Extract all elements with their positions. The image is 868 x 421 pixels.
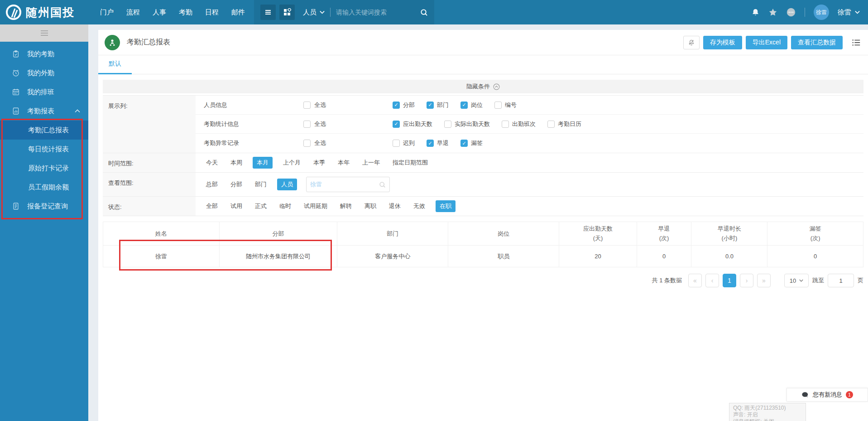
checkbox[interactable] xyxy=(303,102,311,109)
new-message-text: 您有新消息 xyxy=(813,391,842,399)
page-size-select[interactable]: 10 xyxy=(784,274,809,287)
nav-menu-item[interactable]: 流程 xyxy=(126,8,140,17)
status-option[interactable]: 试用 xyxy=(228,200,245,212)
next-page-button[interactable]: › xyxy=(740,274,753,287)
nav-menu-item[interactable]: 门户 xyxy=(100,8,114,17)
sidebar-item[interactable]: 原始打卡记录 xyxy=(0,159,88,178)
save-template-button[interactable]: 存为模板 xyxy=(703,36,742,49)
hamburger-menu-icon[interactable] xyxy=(260,5,276,20)
checkbox[interactable] xyxy=(393,140,400,147)
header-title: 岗位 xyxy=(448,230,559,238)
sidebar-collapse-button[interactable] xyxy=(0,24,88,42)
time-range-option[interactable]: 上个月 xyxy=(281,157,303,169)
search-icon[interactable] xyxy=(420,9,428,16)
nav-menu-item[interactable]: 邮件 xyxy=(231,8,245,17)
table-cell: 0.0 xyxy=(691,246,767,267)
sidebar-item[interactable]: 我的考勤 xyxy=(0,44,88,63)
header-title: 漏签 xyxy=(767,225,863,233)
main-area: 考勤汇总报表 存为模板导出Excel查看汇总数据 默认 隐藏条件 展 xyxy=(88,24,868,421)
option-label: 考勤日历 xyxy=(558,120,581,128)
chat-bubble-icon xyxy=(801,392,809,398)
page-number-button-active[interactable]: 1 xyxy=(723,274,736,287)
first-page-button[interactable]: « xyxy=(688,274,702,287)
view-range-option[interactable]: 部门 xyxy=(253,179,269,190)
filter-row-view-range: 查看范围: 总部分部部门人员 xyxy=(103,172,863,196)
jump-page-input[interactable] xyxy=(828,274,854,287)
new-message-bar[interactable]: 您有新消息 1 xyxy=(786,388,868,402)
sidebar-item-active[interactable]: 考勤汇总报表 xyxy=(0,121,88,140)
status-option[interactable]: 无效 xyxy=(411,200,427,212)
status-option[interactable]: 临时 xyxy=(277,200,293,212)
export-excel-button[interactable]: 导出Excel xyxy=(746,36,787,49)
pagination: 共 1 条数据 « ‹ 1 › » 10 跳至 页 xyxy=(98,274,863,287)
checkbox[interactable] xyxy=(547,121,555,128)
checkbox[interactable] xyxy=(494,102,502,109)
checkbox-checked[interactable]: ✓ xyxy=(460,140,468,147)
sidebar-item-label: 我的排班 xyxy=(27,88,54,97)
search-scope-dropdown[interactable]: 人员 xyxy=(303,8,325,17)
time-range-option[interactable]: 本年 xyxy=(336,157,352,169)
checkbox-checked[interactable]: ✓ xyxy=(427,102,434,109)
sidebar-item[interactable]: 考勤报表 xyxy=(0,102,88,121)
sidebar-item[interactable]: 员工假期余额 xyxy=(0,178,88,197)
qq-status-tooltip: QQ: 雨天(271123510)声音: 开启消息提醒框: 关闭 xyxy=(729,403,806,421)
status-option[interactable]: 退休 xyxy=(387,200,403,212)
attendance-report-icon xyxy=(105,35,120,50)
hide-conditions-toggle[interactable]: 隐藏条件 xyxy=(103,80,863,93)
global-search-input[interactable] xyxy=(336,9,420,16)
option-checkbox-wrap: ✓部门 xyxy=(427,101,449,109)
checkbox-checked[interactable]: ✓ xyxy=(393,121,400,128)
pagination-total: 共 1 条数据 xyxy=(652,276,682,285)
apps-grid-icon[interactable] xyxy=(279,5,295,20)
nav-menu-item[interactable]: 人事 xyxy=(153,8,166,17)
table-cell: 职员 xyxy=(448,246,559,267)
time-range-option[interactable]: 上一年 xyxy=(360,157,382,169)
mute-notification-button[interactable] xyxy=(683,36,700,49)
user-avatar[interactable]: 徐雷 xyxy=(814,5,829,20)
status-option[interactable]: 试用延期 xyxy=(302,200,330,212)
time-range-option[interactable]: 指定日期范围 xyxy=(390,157,430,169)
time-range-option[interactable]: 今天 xyxy=(204,157,220,169)
sidebar-item[interactable]: 报备登记查询 xyxy=(0,197,88,216)
time-range-option-selected[interactable]: 本月 xyxy=(253,157,273,169)
table-header-cell: 岗位 xyxy=(448,222,559,246)
prev-page-button[interactable]: ‹ xyxy=(705,274,719,287)
checkbox-checked[interactable]: ✓ xyxy=(393,102,400,109)
sidebar-item[interactable]: 我的外勤 xyxy=(0,63,88,82)
nav-menu-item[interactable]: 考勤 xyxy=(179,8,192,17)
view-summary-button[interactable]: 查看汇总数据 xyxy=(791,36,843,49)
checkbox-checked[interactable]: ✓ xyxy=(427,140,434,147)
status-option[interactable]: 全部 xyxy=(204,200,220,212)
select-all-label: 全选 xyxy=(314,139,326,147)
checkbox[interactable] xyxy=(303,140,311,147)
page-title: 考勤汇总报表 xyxy=(127,38,170,47)
time-range-option[interactable]: 本周 xyxy=(228,157,245,169)
time-range-option[interactable]: 本季 xyxy=(311,157,327,169)
tab-default[interactable]: 默认 xyxy=(98,60,132,74)
checkbox[interactable] xyxy=(444,121,451,128)
view-range-option[interactable]: 总部 xyxy=(204,179,220,190)
jump-label: 跳至 xyxy=(812,276,824,285)
nav-menu-item[interactable]: 日程 xyxy=(205,8,219,17)
status-option[interactable]: 正式 xyxy=(253,200,269,212)
user-menu[interactable]: 徐雷 xyxy=(838,8,860,17)
list-menu-icon[interactable] xyxy=(852,39,861,47)
sidebar-item[interactable]: 每日统计报表 xyxy=(0,140,88,159)
favorite-star-icon[interactable] xyxy=(768,8,777,17)
last-page-button[interactable]: » xyxy=(757,274,771,287)
sidebar-item[interactable]: 我的排班 xyxy=(0,82,88,102)
notification-bell-icon[interactable] xyxy=(751,8,760,17)
checkbox-checked[interactable]: ✓ xyxy=(460,102,468,109)
view-range-option[interactable]: 分部 xyxy=(228,179,245,190)
checkbox[interactable] xyxy=(303,121,311,128)
person-search-input[interactable] xyxy=(310,181,379,188)
display-group-name: 考勤统计信息 xyxy=(196,120,303,128)
status-option-selected[interactable]: 在职 xyxy=(436,200,456,212)
status-option[interactable]: 离职 xyxy=(362,200,379,212)
filter-row-status: 状态: 全部试用正式临时试用延期解聘离职退休无效在职 xyxy=(103,196,863,216)
view-range-option-selected[interactable]: 人员 xyxy=(277,179,297,190)
header-title: 部门 xyxy=(337,230,448,238)
checkbox[interactable] xyxy=(502,121,509,128)
status-option[interactable]: 解聘 xyxy=(338,200,354,212)
message-ellipsis-icon[interactable] xyxy=(786,7,796,17)
